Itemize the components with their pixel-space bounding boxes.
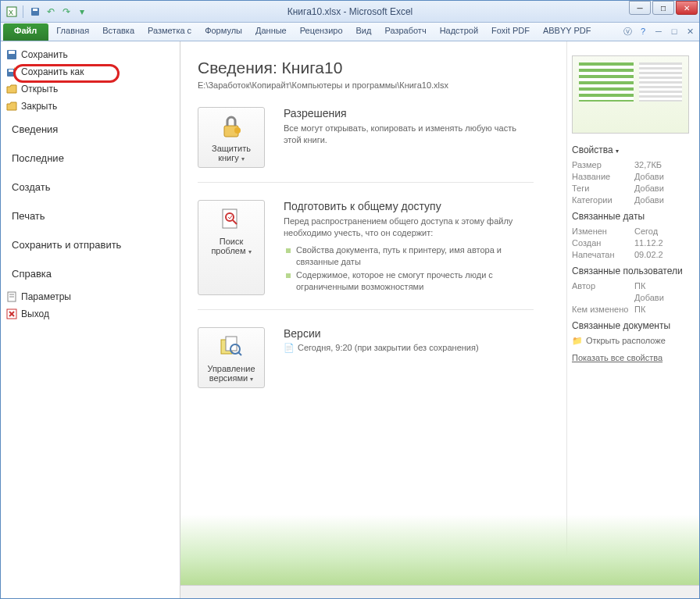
app-icon: X xyxy=(5,5,18,18)
prop-key: Теги xyxy=(572,184,634,193)
svg-rect-7 xyxy=(9,70,13,72)
sidebar-item-saveas[interactable]: Сохранить как xyxy=(1,63,180,80)
tab-file[interactable]: Файл xyxy=(3,23,48,41)
close-button[interactable]: ✕ xyxy=(676,1,698,15)
prop-value: Сегод xyxy=(634,226,658,236)
open-location-link[interactable]: Открыть расположе xyxy=(572,336,699,345)
tab-insert[interactable]: Вставка xyxy=(96,23,141,41)
section-text: Перед распространением общего доступа к … xyxy=(284,216,534,240)
manage-versions-button[interactable]: Управление версиями ▾ xyxy=(198,327,265,388)
tab-developer[interactable]: Разработч xyxy=(378,23,433,41)
saveas-icon xyxy=(5,66,18,78)
tab-review[interactable]: Рецензиро xyxy=(294,23,350,41)
chevron-down-icon: ▾ xyxy=(616,148,619,155)
chevron-down-icon: ▾ xyxy=(248,248,252,255)
tab-addins[interactable]: Надстрой xyxy=(434,23,485,41)
prop-key xyxy=(572,293,634,302)
document-thumbnail[interactable] xyxy=(572,55,689,134)
sidebar-item-label: Создать xyxy=(12,181,50,193)
prop-key: Кем изменено xyxy=(572,305,634,314)
sidebar-item-label: Печать xyxy=(12,210,45,222)
issue-item: Свойства документа, путь к принтеру, имя… xyxy=(284,244,534,268)
sidebar-item-print[interactable]: Печать xyxy=(1,201,180,230)
help-icon[interactable]: ? xyxy=(637,25,649,37)
save-icon xyxy=(5,48,18,61)
prop-key: Автор xyxy=(572,281,634,291)
prop-value[interactable]: Добави xyxy=(634,293,664,302)
properties-header[interactable]: Свойства ▾ xyxy=(572,144,699,155)
svg-rect-3 xyxy=(33,9,38,11)
sidebar-item-label: Параметры xyxy=(21,291,71,302)
minimize-button[interactable]: ─ xyxy=(629,1,651,15)
doc-minimize-icon[interactable]: ─ xyxy=(652,25,665,37)
sidebar-item-options[interactable]: Параметры xyxy=(1,288,180,305)
qat-customize-icon[interactable]: ▾ xyxy=(75,5,89,19)
prop-key: Создан xyxy=(572,238,634,248)
button-label: Поиск проблем xyxy=(211,237,245,255)
prop-value: 32,7КБ xyxy=(634,160,662,169)
sidebar-item-label: Сохранить и отправить xyxy=(12,239,121,251)
sidebar-item-close[interactable]: Закрыть xyxy=(1,98,180,115)
prop-key: Категории xyxy=(572,195,634,205)
sidebar-item-label: Сохранить как xyxy=(21,66,84,77)
protect-workbook-button[interactable]: Защитить книгу ▾ xyxy=(198,107,265,168)
sidebar-item-new[interactable]: Создать xyxy=(1,173,180,201)
close-file-icon xyxy=(5,100,18,112)
tab-layout[interactable]: Разметка с xyxy=(141,23,198,41)
maximize-button[interactable]: □ xyxy=(652,1,674,15)
related-dates-header: Связанные даты xyxy=(572,211,699,222)
sidebar-item-share[interactable]: Сохранить и отправить xyxy=(1,230,180,259)
sidebar-item-recent[interactable]: Последние xyxy=(1,144,180,173)
sidebar-item-label: Справка xyxy=(12,268,52,280)
tab-formulas[interactable]: Формулы xyxy=(198,23,249,41)
svg-text:X: X xyxy=(9,9,13,16)
related-users-header: Связанные пользователи xyxy=(572,266,699,276)
button-label: Защитить книгу xyxy=(212,144,251,162)
prop-key: Размер xyxy=(572,160,634,169)
inspect-icon xyxy=(217,205,245,234)
sidebar-item-info[interactable]: Сведения xyxy=(1,115,180,144)
open-icon xyxy=(5,83,18,95)
sidebar-item-label: Выход xyxy=(21,308,49,319)
doc-close-icon[interactable]: ✕ xyxy=(684,25,696,37)
prop-value: ПК xyxy=(634,305,645,314)
sidebar-item-exit[interactable]: Выход xyxy=(1,305,180,323)
section-text: Все могут открывать, копировать и изменя… xyxy=(284,123,534,147)
sidebar-item-label: Сведения xyxy=(12,123,58,135)
ribbon-minimize-icon[interactable]: ⓥ xyxy=(621,25,634,37)
prop-value: 11.12.2 xyxy=(634,238,663,248)
tab-home[interactable]: Главная xyxy=(50,23,96,41)
section-title: Версии xyxy=(284,327,534,340)
tab-data[interactable]: Данные xyxy=(249,23,294,41)
prop-key: Изменен xyxy=(572,226,634,236)
prop-value[interactable]: Добави xyxy=(634,172,664,181)
related-docs-header: Связанные документы xyxy=(572,320,699,331)
check-issues-button[interactable]: Поиск проблем ▾ xyxy=(198,200,265,295)
ribbon-tabs: Файл Главная Вставка Разметка с Формулы … xyxy=(1,23,699,41)
svg-point-15 xyxy=(234,127,241,134)
doc-restore-icon[interactable]: □ xyxy=(668,25,680,37)
sidebar-item-help[interactable]: Справка xyxy=(1,259,180,288)
sidebar-item-label: Открыть xyxy=(21,84,58,94)
prop-key: Название xyxy=(572,172,634,181)
version-item[interactable]: Сегодня, 9:20 (при закрытии без сохранен… xyxy=(284,343,534,352)
prop-value[interactable]: Добави xyxy=(634,195,664,205)
show-all-props-link[interactable]: Показать все свойства xyxy=(572,353,699,362)
qat-redo-icon[interactable]: ↷ xyxy=(59,5,73,19)
horizontal-scrollbar[interactable] xyxy=(180,585,699,598)
tab-foxit[interactable]: Foxit PDF xyxy=(485,23,537,41)
issue-item: Содержимое, которое не смогут прочесть л… xyxy=(284,269,534,293)
lock-icon xyxy=(217,112,245,141)
prop-value: ПК xyxy=(634,281,645,291)
versions-icon xyxy=(217,333,245,361)
qat-save-icon[interactable] xyxy=(28,5,42,19)
tab-abbyy[interactable]: ABBYY PDF xyxy=(537,23,598,41)
sidebar-item-label: Закрыть xyxy=(21,101,57,112)
tab-view[interactable]: Вид xyxy=(350,23,379,41)
chevron-down-icon: ▾ xyxy=(250,376,253,383)
prop-value[interactable]: Добави xyxy=(634,184,664,193)
qat-undo-icon[interactable]: ↶ xyxy=(44,5,58,19)
sidebar-item-save[interactable]: Сохранить xyxy=(1,46,180,63)
sidebar-item-open[interactable]: Открыть xyxy=(1,80,180,98)
section-title: Разрешения xyxy=(284,107,534,119)
